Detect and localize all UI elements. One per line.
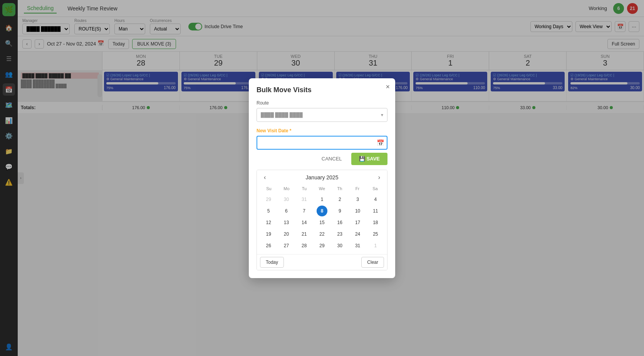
dp-day[interactable]: 29 xyxy=(317,240,327,251)
dp-day[interactable]: 1 xyxy=(317,194,327,205)
date-input-calendar-icon[interactable]: 📅 xyxy=(377,139,384,146)
dp-day[interactable]: 11 xyxy=(370,206,381,216)
dp-day[interactable]: 2 xyxy=(334,194,345,205)
modal-title: Bulk Move Visits xyxy=(257,86,387,94)
dp-day[interactable]: 18 xyxy=(370,217,381,228)
dp-day[interactable]: 17 xyxy=(352,217,363,228)
save-label: SAVE xyxy=(367,156,380,162)
route-select-wrap: ████ ████ ████ ▾ xyxy=(257,108,387,122)
dp-day[interactable]: 22 xyxy=(317,229,327,240)
dp-day[interactable]: 1 xyxy=(370,240,381,251)
dp-weekday: We xyxy=(313,185,331,192)
dp-weekdays: SuMoTuWeThFrSa xyxy=(260,185,384,192)
dp-day[interactable]: 27 xyxy=(281,240,292,251)
dp-day[interactable]: 13 xyxy=(281,217,292,228)
dp-day[interactable]: 7 xyxy=(299,206,310,216)
modal-actions: CANCEL 💾 SAVE xyxy=(257,153,387,165)
dp-day[interactable]: 15 xyxy=(317,217,327,228)
dp-day[interactable]: 29 xyxy=(263,194,274,205)
route-chevron-icon: ▾ xyxy=(381,112,383,118)
dp-day[interactable]: 16 xyxy=(334,217,345,228)
dp-day[interactable]: 14 xyxy=(299,217,310,228)
dp-next-btn[interactable]: › xyxy=(376,173,382,182)
dp-prev-btn[interactable]: ‹ xyxy=(262,173,268,182)
dp-weekday: Tu xyxy=(295,185,313,192)
dp-day[interactable]: 20 xyxy=(281,229,292,240)
dp-day[interactable]: 3 xyxy=(352,194,363,205)
dp-weekday: Fr xyxy=(349,185,366,192)
dp-day[interactable]: 31 xyxy=(299,194,310,205)
dp-day[interactable]: 31 xyxy=(352,240,363,251)
dp-day[interactable]: 30 xyxy=(281,194,292,205)
dp-weekday: Su xyxy=(260,185,278,192)
dp-grid: SuMoTuWeThFrSa 2930311234567891011121314… xyxy=(257,185,387,254)
dp-weekday: Mo xyxy=(278,185,295,192)
route-select[interactable]: ████ ████ ████ ▾ xyxy=(257,108,387,122)
save-btn[interactable]: 💾 SAVE xyxy=(351,153,387,165)
dp-header: ‹ January 2025 › xyxy=(257,170,387,185)
dp-today-btn[interactable]: Today xyxy=(260,257,284,268)
dp-day[interactable]: 28 xyxy=(299,240,310,251)
dp-days: 2930311234567891011121314151617181920212… xyxy=(260,194,384,251)
datepicker: ‹ January 2025 › SuMoTuWeThFrSa 29303112… xyxy=(257,170,387,270)
dp-month-label: January 2025 xyxy=(306,174,339,181)
date-input-wrap: 📅 xyxy=(257,136,387,150)
cancel-btn[interactable]: CANCEL xyxy=(315,153,348,165)
modal-overlay[interactable]: Bulk Move Visits × Route ████ ████ ████ … xyxy=(0,0,644,356)
dp-day[interactable]: 10 xyxy=(352,206,363,216)
dp-day[interactable]: 30 xyxy=(334,240,345,251)
dp-weekday: Th xyxy=(331,185,349,192)
route-field-label: Route xyxy=(257,100,387,106)
dp-day[interactable]: 21 xyxy=(299,229,310,240)
dp-day[interactable]: 9 xyxy=(334,206,345,216)
dp-day[interactable]: 8 xyxy=(317,206,327,216)
dp-day[interactable]: 23 xyxy=(334,229,345,240)
modal-close-btn[interactable]: × xyxy=(386,83,390,91)
save-icon: 💾 xyxy=(359,156,365,162)
dp-day[interactable]: 5 xyxy=(263,206,274,216)
dp-day[interactable]: 4 xyxy=(370,194,381,205)
dp-day[interactable]: 24 xyxy=(352,229,363,240)
dp-day[interactable]: 26 xyxy=(263,240,274,251)
dp-day[interactable]: 25 xyxy=(370,229,381,240)
dp-footer: Today Clear xyxy=(257,254,387,270)
dp-clear-btn[interactable]: Clear xyxy=(361,257,384,268)
new-visit-date-label: New Visit Date * xyxy=(257,128,387,133)
dp-day[interactable]: 6 xyxy=(281,206,292,216)
dp-weekday: Sa xyxy=(366,185,384,192)
bulk-move-modal: Bulk Move Visits × Route ████ ████ ████ … xyxy=(249,78,395,278)
route-select-value: ████ ████ ████ xyxy=(261,112,303,118)
date-input[interactable] xyxy=(257,136,387,150)
dp-day[interactable]: 19 xyxy=(263,229,274,240)
dp-day[interactable]: 12 xyxy=(263,217,274,228)
